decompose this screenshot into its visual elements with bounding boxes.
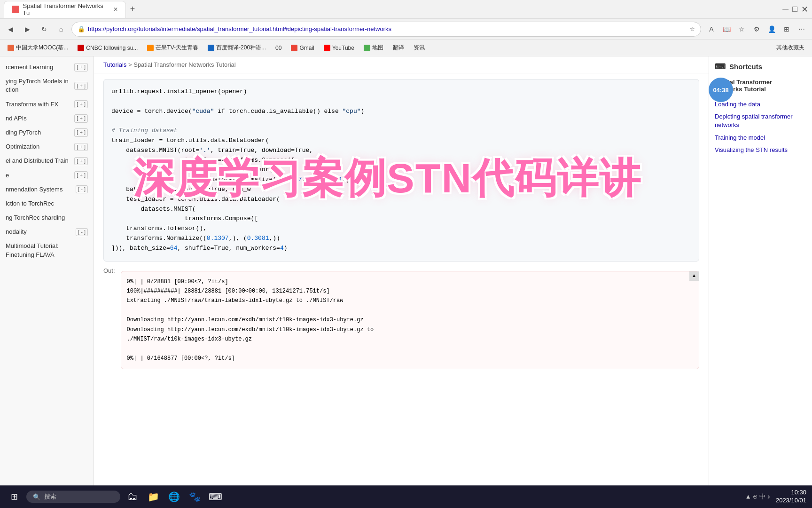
bookmark-mooc[interactable]: 中国大学MOOC(慕...	[4, 43, 72, 53]
sidebar-item-torchrec-sharding[interactable]: ng TorchRec sharding	[0, 211, 94, 225]
translate-btn[interactable]: A	[705, 23, 718, 36]
sidebar-item-distributed-label: el and Distributed Train	[6, 157, 69, 165]
collections-btn[interactable]: ☆	[735, 23, 748, 36]
toc-item-loading[interactable]: Loading the data	[715, 98, 806, 111]
bookmark-00[interactable]: 00	[272, 44, 285, 52]
sidebar-item-nodality-tag[interactable]: [ - ]	[76, 228, 88, 236]
bookmark-favicon-mango	[147, 45, 154, 51]
sidebar-item-nodality[interactable]: nodality [ - ]	[0, 225, 94, 239]
sidebar-item-distributed-tag[interactable]: [ + ]	[74, 157, 88, 165]
sidebar-item-rec-systems-tag[interactable]: [ - ]	[76, 185, 88, 193]
taskbar-time: 10:30	[776, 489, 806, 497]
menu-btn[interactable]: ⋯	[795, 23, 808, 36]
sidebar-item-pytorch-models[interactable]: ying PyTorch Models inction [ + ]	[0, 74, 94, 97]
breadcrumb-current: Spatial Transformer Networks Tutorial	[133, 61, 235, 68]
bookmark-translate[interactable]: 翻译	[389, 43, 408, 53]
back-btn[interactable]: ◀	[4, 23, 17, 36]
bookmark-map[interactable]: 地图	[360, 43, 387, 53]
sidebar-item-ding-pytorch[interactable]: ding PyTorch [ + ]	[0, 126, 94, 140]
bookmark-cnbc[interactable]: CNBC following su...	[74, 44, 141, 52]
minimize-btn[interactable]: ─	[782, 4, 789, 14]
main-container: rcement Learning [ + ] ying PyTorch Mode…	[0, 56, 812, 508]
sidebar-item-flava[interactable]: Multimodal Tutorial: Finetuning FLAVA	[0, 239, 94, 262]
output-scroll-up[interactable]: ▲	[689, 271, 699, 281]
sidebar-item-transforms-label: Transforms with FX	[6, 100, 58, 109]
video-time-badge[interactable]: 04:38	[709, 78, 733, 102]
sidebar-item-torchrec-intro[interactable]: iction to TorchRec	[0, 197, 94, 211]
reload-btn[interactable]: ↻	[38, 23, 51, 36]
start-btn[interactable]: ⊞	[6, 488, 23, 505]
bookmark-youtube[interactable]: YouTube	[320, 44, 358, 52]
toc-item-training[interactable]: Training the model	[715, 132, 806, 144]
shortcuts-label: Shortcuts	[729, 63, 762, 71]
tab-close-btn[interactable]: ✕	[113, 6, 118, 13]
forward-btn[interactable]: ▶	[21, 23, 34, 36]
active-tab[interactable]: Spatial Transformer Networks Tu ✕	[4, 1, 126, 18]
bookmark-gmail[interactable]: Gmail	[287, 44, 318, 52]
browser-actions: A 📖 ☆ ⚙ 👤 ⊞ ⋯	[705, 23, 808, 36]
home-btn[interactable]: ⌂	[55, 23, 68, 36]
output-label: Out:	[103, 267, 115, 274]
sidebar-item-rl[interactable]: rcement Learning [ + ]	[0, 60, 94, 74]
sidebar-item-pytorch-models-tag[interactable]: [ + ]	[74, 82, 88, 90]
sidebar-item-transforms-tag[interactable]: [ + ]	[74, 100, 88, 108]
output-line-9: 0%| | 0/1648877 [00:00<?, ?it/s]	[127, 354, 693, 363]
sidebar-item-ndapis-tag[interactable]: [ + ]	[74, 114, 88, 122]
sidebar-item-e-tag[interactable]: [ + ]	[74, 171, 88, 179]
right-panel: ⌨ Shortcuts Spatial Transformer Networks…	[709, 56, 812, 508]
taskbar-app-2[interactable]: 📁	[145, 488, 162, 505]
sidebar-btn[interactable]: ⊞	[780, 23, 793, 36]
output-block: ▲ 0%| | 0/28881 [00:00<?, ?it/s] 100%|##…	[121, 271, 699, 370]
sidebar-item-optimization-label: Optimization	[6, 143, 39, 151]
bookmark-news[interactable]: 资讯	[410, 43, 429, 53]
toc-item-visualizing[interactable]: Visualizing the STN results	[715, 144, 806, 156]
reading-btn[interactable]: 📖	[720, 23, 733, 36]
sidebar-item-ding-pytorch-tag[interactable]: [ + ]	[74, 128, 88, 136]
star-icon[interactable]: ☆	[689, 25, 695, 32]
taskbar-app-1[interactable]: 🗂	[124, 488, 141, 505]
sidebar-item-rl-tag[interactable]: [ + ]	[74, 63, 88, 71]
bookmark-mango[interactable]: 芒果TV-天生青春	[143, 43, 202, 53]
breadcrumb-tutorials-link[interactable]: Tutorials	[103, 61, 126, 68]
sidebar-item-rl-label: rcement Learning	[6, 63, 53, 71]
sidebar-item-optimization[interactable]: Optimization [ + ]	[0, 140, 94, 154]
sidebar-item-optimization-tag[interactable]: [ + ]	[74, 143, 88, 151]
output-line-7: ./MNIST/raw/t10k-images-idx3-ubyte.gz	[127, 334, 693, 344]
taskbar-app-3[interactable]: 🌐	[165, 488, 182, 505]
sidebar-item-rec-systems[interactable]: nmendation Systems [ - ]	[0, 183, 94, 197]
new-tab-btn[interactable]: +	[126, 3, 139, 16]
taskbar-app-5[interactable]: ⌨	[207, 488, 224, 505]
toc-item-depicting[interactable]: Depicting spatial transformer networks	[715, 111, 806, 131]
url-bar[interactable]: 🔒 https://pytorch.org/tutorials/intermed…	[71, 22, 701, 37]
bookmark-favicon-youtube	[324, 45, 330, 51]
code-line-16: transforms.Normalize((0.1307,), (0.3081,…	[111, 234, 691, 244]
taskbar: ⊞ 🔍 搜索 🗂 📁 🌐 🐾 ⌨ ▲ ⊕ 中 ♪ 10:30 2023/10/0…	[0, 485, 812, 508]
taskbar-app-4[interactable]: 🐾	[186, 488, 203, 505]
profile-btn[interactable]: 👤	[765, 23, 778, 36]
code-line-9: transforms.ToTensor(),	[111, 165, 691, 175]
sidebar-item-transforms[interactable]: Transforms with FX [ + ]	[0, 97, 94, 111]
taskbar-date: 2023/10/01	[776, 497, 806, 505]
sidebar-item-e[interactable]: e [ + ]	[0, 168, 94, 183]
taskbar-right: ▲ ⊕ 中 ♪ 10:30 2023/10/01	[745, 489, 806, 505]
browser-titlebar: Spatial Transformer Networks Tu ✕ + ─ □ …	[0, 0, 812, 19]
code-line-6: train_loader = torch.utils.data.DataLoad…	[111, 136, 691, 146]
sidebar-item-flava-label: Multimodal Tutorial: Finetuning FLAVA	[6, 242, 59, 258]
code-line-7: datasets.MNIST(root='.', train=True, dow…	[111, 146, 691, 156]
bookmark-favicon-baidu	[208, 45, 214, 51]
bookmark-label-baidu: 百度翻译-200种语...	[216, 44, 266, 52]
url-text: https://pytorch.org/tutorials/intermedia…	[88, 25, 687, 32]
extensions-btn[interactable]: ⚙	[750, 23, 763, 36]
bookmark-other[interactable]: 其他收藏夹	[773, 43, 808, 53]
maximize-btn[interactable]: □	[792, 4, 797, 14]
output-line-5: Downloading http://yann.lecun.com/exdb/m…	[127, 315, 693, 325]
content-area: Tutorials > Spatial Transformer Networks…	[94, 56, 709, 508]
taskbar-search[interactable]: 🔍 搜索	[26, 491, 120, 503]
breadcrumb-separator: >	[128, 61, 133, 68]
sidebar-item-ndapis[interactable]: nd APIs [ + ]	[0, 111, 94, 126]
bookmark-baidu[interactable]: 百度翻译-200种语...	[204, 43, 270, 53]
page-content[interactable]: urllib.request.install_opener(opener) de…	[94, 73, 709, 508]
close-btn[interactable]: ✕	[801, 4, 808, 15]
bookmark-favicon-gmail	[291, 45, 297, 51]
sidebar-item-distributed[interactable]: el and Distributed Train [ + ]	[0, 154, 94, 168]
